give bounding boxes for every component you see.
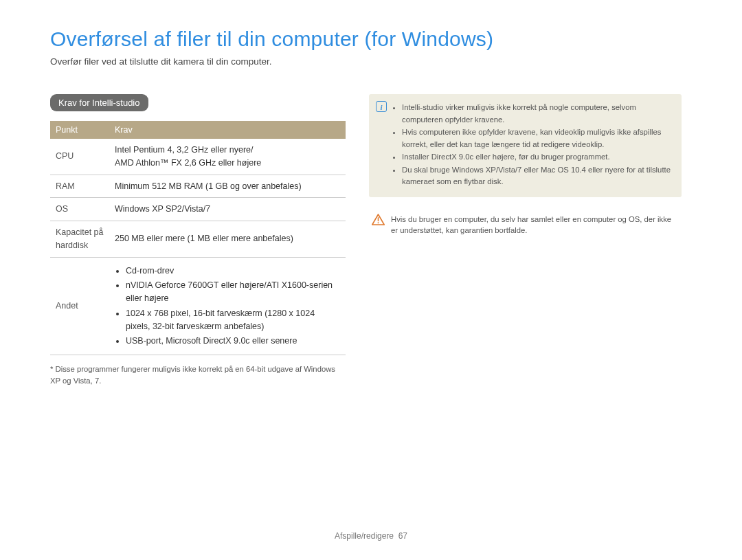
list-item: Installer DirectX 9.0c eller højere, før… (402, 151, 673, 164)
cell-label: Kapacitet på harddisk (50, 221, 109, 258)
page-subtitle: Overfør filer ved at tilslutte dit kamer… (50, 56, 701, 67)
cell-value: Windows XP SP2/Vista/7 (109, 198, 346, 221)
note-box: i Intelli-studio virker muligvis ikke ko… (369, 94, 682, 197)
cell-label: Andet (50, 257, 109, 355)
table-header-krav: Krav (109, 121, 346, 139)
svg-point-1 (378, 222, 379, 223)
cell-label: RAM (50, 175, 109, 198)
cell-label: CPU (50, 139, 109, 175)
table-row: CPU Intel Pentium 4, 3,2 GHz eller nyere… (50, 139, 346, 175)
list-item: Cd-rom-drev (126, 265, 340, 278)
page-footer: Afspille/redigere 67 (0, 531, 742, 541)
info-icon: i (376, 101, 387, 112)
footer-section-label: Afspille/redigere (335, 531, 394, 541)
cell-value: Intel Pentium 4, 3,2 GHz eller nyere/ AM… (109, 139, 346, 175)
section-header-pill: Krav for Intelli-studio (50, 94, 148, 111)
list-item: Du skal bruge Windows XP/Vista/7 eller M… (402, 164, 673, 188)
table-row: Andet Cd-rom-drevnVIDIA Geforce 7600GT e… (50, 257, 346, 355)
warning-box: Hvis du bruger en computer, du selv har … (369, 212, 682, 238)
requirements-table: Punkt Krav CPU Intel Pentium 4, 3,2 GHz … (50, 121, 346, 355)
footer-page-number: 67 (398, 531, 407, 541)
cell-value: Cd-rom-drevnVIDIA Geforce 7600GT eller h… (109, 257, 346, 355)
cell-value: Minimum 512 MB RAM (1 GB og over anbefal… (109, 175, 346, 198)
cell-label: OS (50, 198, 109, 221)
table-row: OS Windows XP SP2/Vista/7 (50, 198, 346, 221)
page-title: Overførsel af filer til din computer (fo… (50, 27, 701, 51)
list-item: nVIDIA Geforce 7600GT eller højere/ATI X… (126, 279, 340, 305)
table-header-punkt: Punkt (50, 121, 109, 139)
warning-text: Hvis du bruger en computer, du selv har … (391, 214, 673, 237)
list-item: USB-port, Microsoft DirectX 9.0c eller s… (126, 335, 340, 348)
table-row: Kapacitet på harddisk 250 MB eller mere … (50, 221, 346, 258)
list-item: 1024 x 768 pixel, 16-bit farveskærm (128… (126, 307, 340, 333)
footnote-text: * Disse programmer fungerer muligvis ikk… (50, 363, 346, 387)
cell-value: 250 MB eller mere (1 MB eller mere anbef… (109, 221, 346, 258)
list-item: Hvis computeren ikke opfylder kravene, k… (402, 126, 673, 150)
list-item: Intelli-studio virker muligvis ikke korr… (402, 102, 673, 126)
warning-icon (372, 214, 391, 225)
table-row: RAM Minimum 512 MB RAM (1 GB og over anb… (50, 175, 346, 198)
